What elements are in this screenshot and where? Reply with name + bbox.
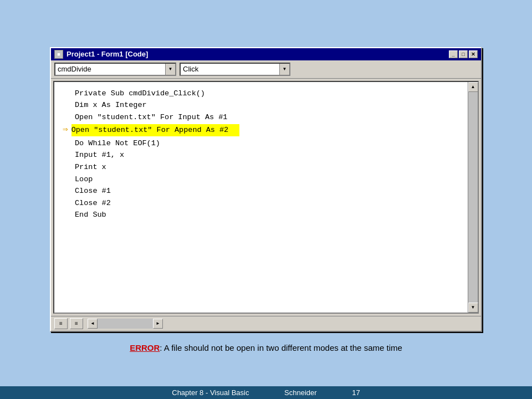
- event-combo-value: Click: [181, 65, 279, 73]
- toolbar-row: cmdDivide ▼ Click ▼: [51, 60, 481, 79]
- code-line: Open "student.txt" For Input As #1: [63, 111, 459, 124]
- code-text: Open "student.txt" For Append As #2: [71, 124, 240, 136]
- error-message: ERROR: A file should not be open in two …: [130, 343, 402, 352]
- footer-left: Chapter 8 - Visual Basic: [172, 388, 249, 397]
- close-button[interactable]: ✕: [469, 50, 478, 58]
- code-text: Dim x As Integer: [75, 99, 147, 111]
- code-text: Do While Not EOF(1): [75, 137, 160, 150]
- bottom-btn-1[interactable]: ≡: [54, 318, 68, 329]
- h-scroll-track[interactable]: [98, 319, 153, 329]
- code-line: Loop: [63, 173, 459, 186]
- code-line: Dim x As Integer: [63, 99, 459, 111]
- maximize-button[interactable]: □: [459, 50, 468, 58]
- horizontal-scrollbar[interactable]: ◄ ►: [88, 319, 163, 329]
- bottom-btn-1-icon: ≡: [59, 320, 63, 326]
- vb-window: ■ Project1 - Form1 [Code] _ □ ✕ cmdDivid…: [50, 47, 482, 332]
- footer-right: 17: [352, 388, 360, 397]
- chevron-down-icon-2: ▼: [283, 66, 287, 71]
- scroll-right-button[interactable]: ►: [153, 319, 163, 329]
- event-combo[interactable]: Click ▼: [180, 63, 290, 76]
- code-text: Print x: [75, 161, 106, 173]
- bottom-bar: ≡ ≡ ◄ ►: [51, 316, 481, 331]
- scroll-right-icon: ►: [156, 321, 160, 326]
- scroll-left-button[interactable]: ◄: [88, 319, 98, 329]
- execution-arrow-icon: ⇒: [63, 123, 68, 137]
- minimize-icon: _: [452, 52, 454, 57]
- window-title: Project1 - Form1 [Code]: [66, 50, 148, 58]
- code-text: Close #1: [75, 185, 111, 197]
- event-combo-arrow[interactable]: ▼: [279, 64, 289, 75]
- code-text: Open "student.txt" For Input As #1: [75, 111, 227, 124]
- code-text: Private Sub cmdDivide_Click(): [75, 88, 205, 100]
- bottom-btn-2-icon: ≡: [75, 320, 78, 326]
- minimize-button[interactable]: _: [449, 50, 458, 58]
- object-combo-value: cmdDivide: [55, 65, 165, 73]
- close-icon: ✕: [471, 52, 475, 57]
- scroll-down-icon: ▼: [471, 305, 475, 310]
- code-line: ⇒Open "student.txt" For Append As #2: [63, 123, 459, 137]
- scroll-up-button[interactable]: ▲: [468, 82, 478, 92]
- title-controls: _ □ ✕: [449, 50, 478, 58]
- code-line: Close #2: [63, 197, 459, 209]
- scroll-up-icon: ▲: [471, 84, 475, 89]
- scroll-track[interactable]: [468, 92, 478, 303]
- code-line: Input #1, x: [63, 149, 459, 161]
- window-icon-glyph: ■: [57, 52, 60, 57]
- object-combo-arrow[interactable]: ▼: [165, 64, 175, 75]
- error-detail: : A file should not be open in two diffe…: [160, 343, 402, 352]
- code-text: Close #2: [75, 197, 111, 209]
- code-text: Input #1, x: [75, 149, 124, 161]
- window-icon: ■: [54, 50, 63, 59]
- maximize-icon: □: [462, 52, 464, 57]
- scroll-left-icon: ◄: [90, 321, 95, 326]
- code-text: Loop: [75, 173, 93, 186]
- bottom-btn-2[interactable]: ≡: [70, 318, 83, 329]
- code-text: End Sub: [75, 209, 106, 221]
- slide-container: ■ Project1 - Form1 [Code] _ □ ✕ cmdDivid…: [17, 22, 515, 377]
- error-label: ERROR: [130, 343, 160, 352]
- title-bar-left: ■ Project1 - Form1 [Code]: [54, 50, 148, 59]
- vertical-scrollbar[interactable]: ▲ ▼: [468, 82, 478, 313]
- code-line: End Sub: [63, 209, 459, 221]
- scroll-down-button[interactable]: ▼: [468, 303, 478, 313]
- code-area-wrapper: Private Sub cmdDivide_Click()Dim x As In…: [53, 81, 479, 314]
- code-line: Do While Not EOF(1): [63, 137, 459, 150]
- code-editor[interactable]: Private Sub cmdDivide_Click()Dim x As In…: [54, 82, 468, 313]
- footer-bar: Chapter 8 - Visual Basic Schneider 17: [0, 386, 532, 399]
- title-bar: ■ Project1 - Form1 [Code] _ □ ✕: [51, 48, 481, 60]
- chevron-down-icon: ▼: [168, 66, 173, 71]
- code-line: Close #1: [63, 185, 459, 197]
- code-line: Print x: [63, 161, 459, 173]
- code-line: Private Sub cmdDivide_Click(): [63, 88, 459, 100]
- object-combo[interactable]: cmdDivide ▼: [54, 63, 176, 76]
- footer-center: Schneider: [284, 388, 317, 397]
